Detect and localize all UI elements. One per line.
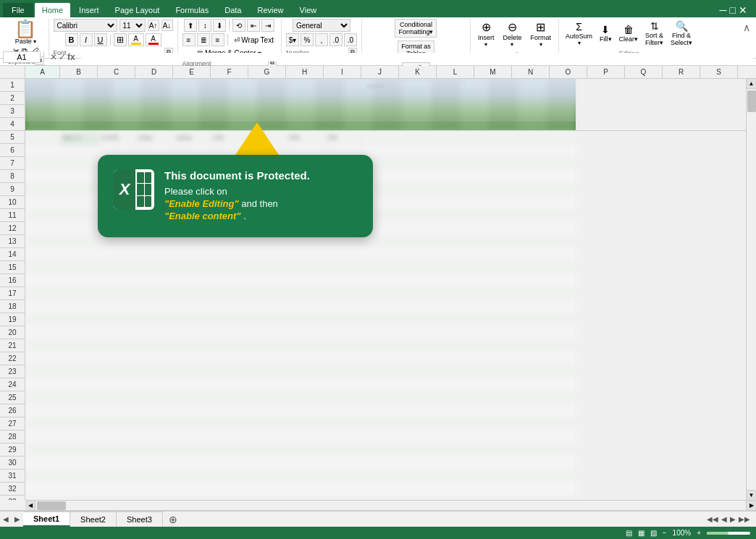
row-num-30[interactable]: 30: [0, 457, 25, 470]
delete-button[interactable]: ⊖ Delete ▾: [500, 19, 524, 49]
font-size-increase-button[interactable]: A↑: [148, 20, 159, 31]
tab-view[interactable]: View: [293, 3, 324, 17]
row-num-24[interactable]: 24: [0, 378, 25, 391]
h-scroll-thumb[interactable]: [37, 501, 66, 510]
sort-filter-button[interactable]: ⇅ Sort & Filter▾: [643, 19, 665, 48]
paste-button[interactable]: 📋 Paste ▾: [12, 19, 39, 46]
tab-file[interactable]: File: [3, 3, 33, 17]
col-header-n[interactable]: N: [512, 66, 550, 78]
row-num-1[interactable]: 1: [0, 79, 25, 92]
collapse-ribbon-button[interactable]: ∧: [740, 19, 753, 56]
cell-reference-box[interactable]: A1: [3, 51, 41, 63]
align-bottom-button[interactable]: ⬇: [213, 19, 226, 32]
underline-button[interactable]: U: [94, 33, 107, 46]
col-header-m[interactable]: M: [474, 66, 512, 78]
conditional-formatting-button[interactable]: ConditionalFormatting▾: [395, 19, 437, 38]
align-center-button[interactable]: ≣: [197, 33, 210, 46]
row-num-12[interactable]: 12: [0, 222, 25, 235]
row-num-17[interactable]: 17: [0, 287, 25, 300]
row-num-2[interactable]: 2: [0, 92, 25, 105]
row-num-16[interactable]: 16: [0, 274, 25, 287]
decimal-increase-button[interactable]: .0: [329, 33, 343, 46]
zoom-out-button[interactable]: −: [663, 529, 667, 537]
formula-input[interactable]: [81, 53, 753, 61]
tab-data[interactable]: Data: [217, 3, 248, 17]
col-header-g[interactable]: G: [248, 66, 286, 78]
col-header-h[interactable]: H: [286, 66, 324, 78]
insert-function-icon[interactable]: fx: [67, 52, 75, 62]
scroll-up-button[interactable]: ▲: [747, 79, 757, 89]
col-header-s[interactable]: S: [700, 66, 738, 78]
col-header-i[interactable]: I: [324, 66, 361, 78]
tab-home[interactable]: Home: [35, 3, 70, 17]
align-right-button[interactable]: ≡: [211, 33, 224, 46]
add-sheet-button[interactable]: ⊕: [163, 512, 183, 527]
zoom-slider[interactable]: [707, 532, 750, 535]
row-num-20[interactable]: 20: [0, 326, 25, 339]
col-header-l[interactable]: L: [437, 66, 474, 78]
row-num-18[interactable]: 18: [0, 300, 25, 313]
currency-button[interactable]: $▾: [286, 33, 299, 46]
scroll-next-icon[interactable]: ▶: [730, 515, 736, 523]
sheet-scroll-right[interactable]: ▶: [12, 514, 23, 525]
sheet-tab-sheet3[interactable]: Sheet3: [117, 512, 163, 527]
row-num-28[interactable]: 28: [0, 430, 25, 443]
normal-view-button[interactable]: ▤: [626, 529, 632, 537]
zoom-in-button[interactable]: +: [697, 529, 701, 537]
row-num-15[interactable]: 15: [0, 261, 25, 274]
font-name-select[interactable]: Calibri: [54, 19, 117, 32]
col-header-e[interactable]: E: [173, 66, 211, 78]
row-num-23[interactable]: 23: [0, 365, 25, 378]
percent-button[interactable]: %: [301, 33, 314, 46]
find-select-button[interactable]: 🔍 Find & Select▾: [668, 19, 694, 48]
font-size-select[interactable]: 11: [119, 19, 146, 32]
align-left-button[interactable]: ≡: [182, 33, 196, 46]
scroll-left-icon[interactable]: ◀◀: [707, 515, 718, 523]
bold-button[interactable]: B: [65, 33, 78, 46]
italic-button[interactable]: I: [80, 33, 93, 46]
row-num-19[interactable]: 19: [0, 313, 25, 326]
vertical-scrollbar[interactable]: ▲ ▼: [746, 79, 756, 500]
col-header-b[interactable]: B: [60, 66, 98, 78]
row-num-8[interactable]: 8: [0, 170, 25, 183]
scroll-prev-icon[interactable]: ◀: [721, 515, 727, 523]
col-header-d[interactable]: D: [135, 66, 173, 78]
fill-button[interactable]: ⬇ Fill▾: [597, 22, 614, 44]
format-button[interactable]: ⊞ Format ▾: [528, 19, 555, 49]
col-header-j[interactable]: J: [361, 66, 399, 78]
align-top-button[interactable]: ⬆: [184, 19, 197, 32]
minimize-icon[interactable]: ─: [720, 4, 727, 16]
sheet-tab-sheet1[interactable]: Sheet1: [23, 512, 70, 527]
scroll-end-icon[interactable]: ▶▶: [739, 515, 750, 523]
scroll-right-button[interactable]: ▶: [746, 501, 756, 511]
scroll-left-button[interactable]: ◀: [25, 501, 35, 511]
comma-button[interactable]: ,: [315, 33, 328, 46]
row-num-32[interactable]: 32: [0, 483, 25, 496]
page-layout-view-button[interactable]: ▦: [638, 529, 644, 537]
col-header-o[interactable]: O: [550, 66, 587, 78]
row-num-6[interactable]: 6: [0, 144, 25, 157]
row-num-14[interactable]: 14: [0, 248, 25, 261]
row-num-3[interactable]: 3: [0, 105, 25, 118]
autosum-button[interactable]: Σ AutoSum ▾: [563, 20, 595, 48]
tab-review[interactable]: Review: [250, 3, 290, 17]
number-format-select[interactable]: General: [293, 19, 350, 32]
border-button[interactable]: ⊞: [114, 33, 127, 46]
row-num-22[interactable]: 22: [0, 352, 25, 365]
insert-button[interactable]: ⊕ Insert ▾: [475, 19, 497, 49]
row-num-33[interactable]: 33: [0, 496, 25, 500]
row-num-11[interactable]: 11: [0, 209, 25, 222]
col-header-a[interactable]: A: [25, 66, 60, 78]
restore-icon[interactable]: □: [730, 4, 736, 16]
fill-color-button[interactable]: A: [128, 33, 144, 46]
row-num-5[interactable]: 5: [0, 131, 25, 144]
col-header-f[interactable]: F: [211, 66, 248, 78]
sheet-scroll-left[interactable]: ◀: [0, 514, 12, 525]
scroll-down-button[interactable]: ▼: [747, 490, 757, 500]
scroll-thumb[interactable]: [747, 90, 756, 112]
indent-decrease-button[interactable]: ⇤: [247, 19, 260, 32]
row-num-4[interactable]: 4: [0, 118, 25, 131]
row-num-25[interactable]: 25: [0, 391, 25, 404]
align-middle-button[interactable]: ↕: [198, 19, 211, 32]
row-num-13[interactable]: 13: [0, 235, 25, 248]
